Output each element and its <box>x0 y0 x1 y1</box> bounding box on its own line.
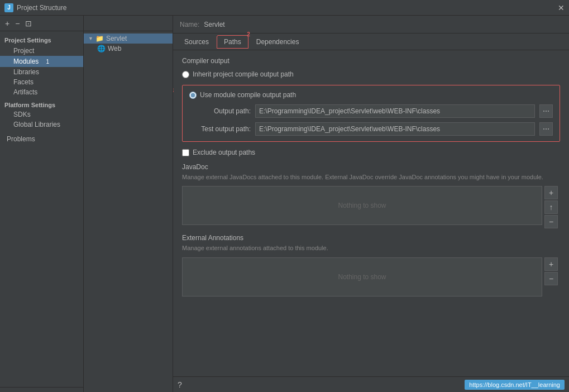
javadoc-title: JavaDoc <box>182 163 560 171</box>
window-title: Project Structure <box>17 4 66 12</box>
libraries-label: Libraries <box>13 68 39 76</box>
facets-label: Facets <box>13 78 34 86</box>
output-path-browse[interactable]: ⋯ <box>539 104 553 118</box>
javadoc-remove-button[interactable]: − <box>544 215 558 228</box>
test-output-path-label: Test output path: <box>189 125 251 133</box>
sdks-label: SDKs <box>13 111 31 118</box>
inherit-radio[interactable] <box>182 71 189 78</box>
radio-group: Inherit project compile output path <box>182 70 560 78</box>
compiler-output-label: Compiler output <box>182 57 560 65</box>
tab-paths-label: Paths <box>224 38 241 46</box>
content-header: Name: Servlet <box>173 16 569 34</box>
module-tree-toolbar <box>84 16 173 31</box>
platform-settings-label: Platform Settings <box>0 97 83 109</box>
bottom-bar: ? https://blog.csdn.net/IT__learning <box>173 376 569 392</box>
web-label: Web <box>108 45 121 52</box>
sidebar-item-modules[interactable]: Modules 1 <box>0 56 83 67</box>
module-tree-item-web[interactable]: 🌐 Web <box>84 44 173 54</box>
module-tree-panel: ▼ 📁 Servlet 🌐 Web <box>84 16 173 392</box>
app-icon: J <box>4 3 13 12</box>
project-settings-label: Project Settings <box>0 34 83 46</box>
javadoc-nothing-text: Nothing to show <box>338 202 386 209</box>
bottom-left: ? <box>178 380 465 389</box>
sidebar-item-problems[interactable]: Problems <box>0 134 83 144</box>
external-annotations-list-wrapper: Nothing to show + − <box>182 257 542 297</box>
modules-badge: 1 <box>43 57 52 66</box>
test-output-path-browse[interactable]: ⋯ <box>539 122 553 136</box>
sidebar-item-project[interactable]: Project <box>0 46 83 56</box>
javadoc-description: Manage external JavaDocs attached to thi… <box>182 173 560 181</box>
module-tree: ▼ 📁 Servlet 🌐 Web <box>84 31 173 56</box>
sidebar-toolbar: + − ⊡ <box>0 16 83 31</box>
external-annotations-description: Manage external annotations attached to … <box>182 244 560 252</box>
sidebar-tree: Project Settings Project Modules 1 Libra… <box>0 31 83 387</box>
add-button[interactable]: + <box>3 18 11 29</box>
exclude-checkbox-row: Exclude output paths <box>182 149 560 156</box>
sidebar-item-global-libraries[interactable]: Global Libraries <box>0 119 83 130</box>
sidebar-item-facets[interactable]: Facets <box>0 77 83 87</box>
external-annotations-list-actions: + − <box>544 257 558 285</box>
exclude-label: Exclude output paths <box>193 149 255 156</box>
tab-sources-label: Sources <box>184 38 209 46</box>
javadoc-add-button[interactable]: + <box>544 186 558 199</box>
remove-button[interactable]: − <box>13 18 21 29</box>
use-module-radio[interactable] <box>189 92 197 99</box>
tab-paths[interactable]: Paths 2 <box>217 35 248 49</box>
project-label: Project <box>13 47 34 55</box>
external-annotations-title: External Annotations <box>182 234 560 242</box>
servlet-folder-icon: 📁 <box>95 35 104 42</box>
inner-layout: ▼ 📁 Servlet 🌐 Web Name: Servlet <box>84 16 569 392</box>
problems-section: Problems <box>0 134 83 144</box>
module-tree-item-servlet[interactable]: ▼ 📁 Servlet <box>84 34 173 44</box>
output-path-row: Output path: ⋯ <box>189 104 553 118</box>
use-module-radio-row: Use module compile output path <box>189 91 553 99</box>
content-area: Name: Servlet Sources Paths 2 Dependenci… <box>173 16 569 392</box>
artifacts-label: Artifacts <box>13 88 37 96</box>
javadoc-list: Nothing to show <box>182 186 542 225</box>
main-layout: + − ⊡ Project Settings Project Modules 1… <box>0 16 569 392</box>
url-box[interactable]: https://blog.csdn.net/IT__learning <box>465 380 565 390</box>
javadoc-edit-button[interactable]: ↑ <box>544 200 558 214</box>
tab-paths-badge: 2 <box>247 31 250 37</box>
use-module-label: Use module compile output path <box>200 91 296 99</box>
test-output-path-input[interactable] <box>255 122 535 136</box>
sidebar: + − ⊡ Project Settings Project Modules 1… <box>0 16 84 392</box>
output-path-label: Output path: <box>189 107 251 115</box>
exclude-checkbox[interactable] <box>182 149 189 156</box>
javadoc-list-wrapper: Nothing to show + ↑ − <box>182 186 542 225</box>
sidebar-item-libraries[interactable]: Libraries <box>0 67 83 77</box>
global-libraries-label: Global Libraries <box>13 121 60 128</box>
javadoc-section: JavaDoc Manage external JavaDocs attache… <box>182 163 560 225</box>
external-annotations-section: External Annotations Manage external ann… <box>182 234 560 296</box>
modules-label: Modules <box>13 58 39 65</box>
sidebar-bottom <box>0 387 83 392</box>
test-output-path-row: Test output path: ⋯ <box>189 122 553 136</box>
inherit-label: Inherit project compile output path <box>193 70 294 78</box>
javadoc-list-actions: + ↑ − <box>544 186 558 228</box>
inherit-radio-row: Inherit project compile output path <box>182 70 560 78</box>
sidebar-item-sdks[interactable]: SDKs <box>0 109 83 119</box>
title-bar-left: J Project Structure <box>4 3 66 12</box>
external-annotations-nothing-text: Nothing to show <box>338 273 386 281</box>
close-button[interactable]: ✕ <box>558 3 565 12</box>
tabs-bar: Sources Paths 2 Dependencies <box>173 34 569 50</box>
use-module-box: Use module compile output path Output pa… <box>182 85 560 142</box>
content-body: Compiler output Inherit project compile … <box>173 50 569 376</box>
copy-button[interactable]: ⊡ <box>23 18 34 29</box>
name-label: Name: <box>180 21 199 28</box>
external-annotations-add-button[interactable]: + <box>544 257 558 271</box>
external-annotations-list: Nothing to show <box>182 257 542 297</box>
output-path-input[interactable] <box>255 104 535 118</box>
web-icon: 🌐 <box>97 45 106 52</box>
title-bar: J Project Structure ✕ <box>0 0 569 16</box>
sidebar-item-artifacts[interactable]: Artifacts <box>0 87 83 97</box>
tab-dependencies-label: Dependencies <box>256 38 299 46</box>
servlet-arrow: ▼ <box>88 36 93 41</box>
problems-label: Problems <box>7 135 35 143</box>
tab-sources[interactable]: Sources <box>178 36 216 48</box>
external-annotations-remove-button[interactable]: − <box>544 272 558 285</box>
name-value: Servlet <box>204 21 224 28</box>
use-module-section: 3 Use module compile output path Output … <box>182 85 560 142</box>
help-button[interactable]: ? <box>178 380 182 389</box>
tab-dependencies[interactable]: Dependencies <box>250 36 306 48</box>
